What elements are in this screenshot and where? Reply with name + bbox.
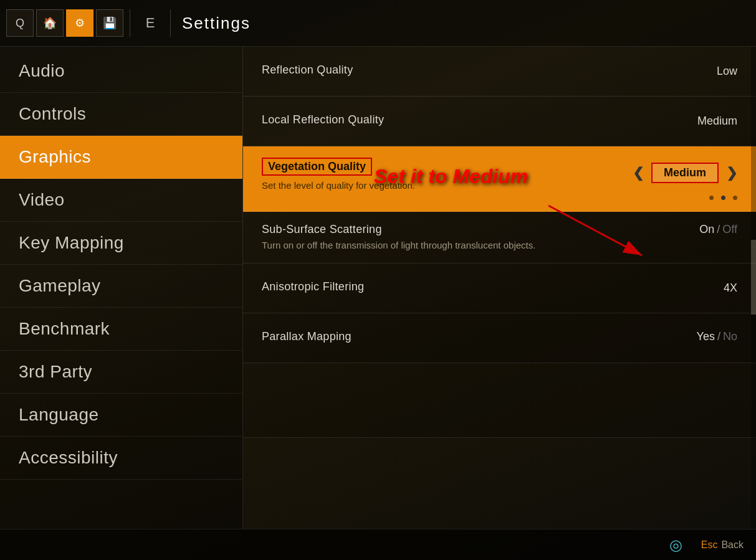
setting-desc-vegetation-quality: Set the level of quality for vegetation. <box>262 179 415 192</box>
setting-name-local-reflection-quality: Local Reflection Quality <box>262 113 384 126</box>
setting-name-reflection-quality: Reflection Quality <box>262 64 353 77</box>
value-toggle-parallax: Yes / No <box>697 330 737 343</box>
settings-panel: Reflection Quality Low Local Reflection … <box>243 47 756 529</box>
setting-row-parallax-mapping[interactable]: Parallax Mapping Yes / No <box>243 313 756 363</box>
setting-value-local-reflection-quality: Medium <box>685 115 737 128</box>
sidebar-item-benchmark[interactable]: Benchmark <box>0 308 242 351</box>
value-no: No <box>723 330 737 343</box>
value-toggle-sub-surface: On / Off <box>699 223 737 236</box>
bottom-gamepad-hint: ◎ <box>669 536 682 554</box>
setting-name-vegetation-quality: Vegetation Quality <box>262 158 372 176</box>
setting-row-sub-surface-scattering[interactable]: Sub-Surface Scattering Turn on or off th… <box>243 212 756 263</box>
arrow-control-vegetation: ❮ Medium ❯ <box>633 163 737 183</box>
setting-row-header: Reflection Quality Low <box>262 64 737 79</box>
nav-title-separator <box>170 9 171 37</box>
sidebar-item-language[interactable]: Language <box>0 394 242 437</box>
sidebar-item-accessibility[interactable]: Accessibility <box>0 437 242 480</box>
dot-3 <box>733 196 737 200</box>
setting-row-local-reflection-quality[interactable]: Local Reflection Quality Medium <box>243 97 756 146</box>
arrow-right-btn[interactable]: ❯ <box>726 165 737 181</box>
setting-name-sub-surface-scattering: Sub-Surface Scattering <box>262 223 535 236</box>
setting-row-vegetation-quality[interactable]: Vegetation Quality Set the level of qual… <box>243 146 756 212</box>
bottom-bar: ◎ Esc Back <box>0 529 756 560</box>
nav-icon-q[interactable]: Q <box>6 9 34 37</box>
setting-row-header: Anisotropic Filtering 4X <box>262 280 737 296</box>
dot-2 <box>721 196 725 200</box>
esc-back-btn[interactable]: Esc Back <box>701 539 744 551</box>
setting-row-header: Sub-Surface Scattering Turn on or off th… <box>262 223 737 252</box>
setting-value-anisotropic-filtering: 4X <box>711 282 737 295</box>
setting-row-header: Parallax Mapping Yes / No <box>262 330 737 346</box>
main-container: Q 🏠 ⚙ 💾 E Settings Audio Controls Graphi… <box>0 0 756 560</box>
nav-icon-save[interactable]: 💾 <box>96 9 123 37</box>
setting-name-parallax-mapping: Parallax Mapping <box>262 330 352 343</box>
nav-icon-e[interactable]: E <box>136 9 164 37</box>
setting-name-anisotropic-filtering: Anisotropic Filtering <box>262 280 364 293</box>
setting-row-empty <box>243 363 756 438</box>
scrollbar-thumb <box>751 240 756 315</box>
setting-row-anisotropic-filtering[interactable]: Anisotropic Filtering 4X <box>243 263 756 313</box>
setting-value-reflection-quality: Low <box>704 65 737 78</box>
sidebar-item-gameplay[interactable]: Gameplay <box>0 265 242 308</box>
dot-1 <box>709 196 714 200</box>
sidebar-item-audio[interactable]: Audio <box>0 50 242 93</box>
gamepad-icon: ◎ <box>669 536 682 554</box>
settings-list: Reflection Quality Low Local Reflection … <box>243 47 756 529</box>
arrow-left-btn[interactable]: ❮ <box>633 165 644 181</box>
esc-key: Esc <box>701 539 718 551</box>
content-area: Audio Controls Graphics Video Key Mappin… <box>0 47 756 529</box>
setting-row-header: Local Reflection Quality Medium <box>262 113 737 129</box>
sidebar: Audio Controls Graphics Video Key Mappin… <box>0 47 243 529</box>
vegetation-value-box: Medium <box>651 163 719 183</box>
setting-row-reflection-quality[interactable]: Reflection Quality Low <box>243 47 756 97</box>
top-nav: Q 🏠 ⚙ 💾 E Settings <box>0 0 756 47</box>
back-label: Back <box>721 539 744 551</box>
sidebar-item-graphics[interactable]: Graphics <box>0 136 242 179</box>
value-sep: / <box>717 223 720 236</box>
page-title: Settings <box>182 14 251 33</box>
value-on: On <box>699 223 714 236</box>
nav-icon-home[interactable]: 🏠 <box>36 9 64 37</box>
value-sep: / <box>717 330 720 343</box>
sidebar-item-controls[interactable]: Controls <box>0 93 242 136</box>
setting-desc-sub-surface-scattering: Turn on or off the transmission of light… <box>262 239 535 252</box>
sidebar-item-video[interactable]: Video <box>0 179 242 222</box>
sidebar-item-3rd-party[interactable]: 3rd Party <box>0 351 242 394</box>
sidebar-item-key-mapping[interactable]: Key Mapping <box>0 222 242 265</box>
slider-dots <box>262 196 737 200</box>
value-off: Off <box>722 223 737 236</box>
nav-icon-settings[interactable]: ⚙ <box>66 9 93 37</box>
scrollbar[interactable] <box>751 47 756 529</box>
nav-separator <box>130 9 130 37</box>
value-yes: Yes <box>697 330 715 343</box>
